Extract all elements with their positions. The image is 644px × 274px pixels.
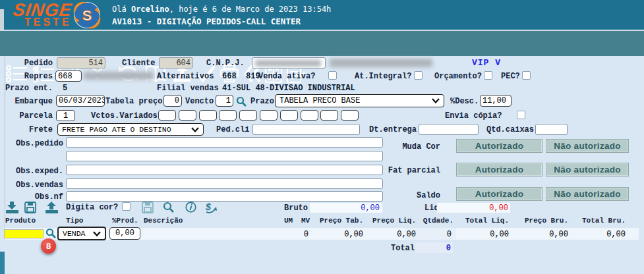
bruto-value: 0,00 [310,204,380,213]
row-um-value: 0 [262,230,308,239]
tabela-preco-label: Tabela preço [105,97,162,106]
vencto-field[interactable]: 1 [216,95,233,107]
obs-nf-field[interactable] [66,191,383,202]
vencto-search-icon[interactable] [236,96,247,107]
vcto-variado-field-6[interactable] [260,110,278,121]
saldo-nao-autorizado-button[interactable]: Não autorizado [546,187,629,201]
header-bar: SINGE TESTE S Olá Orcelino, hoje é 6 de … [0,0,644,30]
vcto-variado-field-9[interactable] [320,110,338,121]
obs-vendas-field[interactable] [66,178,383,189]
money-icon[interactable]: $ [204,201,218,213]
frete-select-value: FRETE PAGO ATE O DESTINO [62,125,171,134]
pedido-label: Pedido [7,59,53,68]
export-item-icon[interactable] [45,202,59,213]
col-um: UM [284,217,293,225]
vcto-variado-field-1[interactable] [158,110,176,121]
desc-field[interactable]: 11,00 [480,95,512,107]
chevron-down-icon [191,127,199,132]
parcela-field[interactable]: 1 [56,110,75,121]
prod-pct-field[interactable]: 0,00 [109,227,140,240]
obs-pedido-field-2[interactable] [66,151,383,161]
pec-checkbox[interactable] [522,71,531,80]
embarque-label: Embarque [3,97,53,106]
digita-cor-checkbox[interactable] [122,202,131,211]
vencto-label: Vencto [185,97,214,106]
venda-ativa-checkbox[interactable] [328,71,337,80]
user-name: Orcelino [131,5,169,14]
chevron-down-icon [93,231,101,236]
col-qtdade: Qtdade. [407,217,454,225]
greeting-text: Olá Orcelino, hoje é 6 de Marco de 2023 … [112,5,331,14]
obs-pedido-field-1[interactable] [66,137,383,148]
liq-value: 0,00 [437,204,508,213]
repres-name-redacted [84,72,154,80]
search-item-icon[interactable] [163,202,175,213]
ped-cli-field[interactable] [252,124,360,135]
embarque-date-field[interactable]: 06/03/2023 [56,95,105,107]
repres-field[interactable]: 668 [55,70,82,82]
desc-label: %Desc. [450,97,479,106]
orcamento-label: Orçamento? [434,72,482,81]
produto-field[interactable] [4,229,44,238]
muda-cor-label: Muda Cor [369,142,440,151]
filial-value: 41-SUL 48-DIVISAO INDUSTRIAL [222,84,355,93]
col-mv: MV [301,217,310,225]
obs-vendas-label: Obs.vendas [3,180,63,190]
vcto-variado-field-5[interactable] [239,110,257,121]
filial-label: Filial vendas [157,84,219,93]
tipo-select-value: VENDA [63,229,86,238]
col-total-bru: Total Bru. [579,217,626,225]
col-tipo: Tipo [66,217,83,225]
vip-flag: VIP V [472,58,501,68]
vcto-variado-field-4[interactable] [219,110,237,121]
row-total-bru-value: 0,00 [579,230,626,239]
cnpj-field[interactable] [252,57,326,68]
svg-text:$: $ [205,202,211,212]
vcto-variado-field-7[interactable] [280,110,298,121]
prazo-label: Prazo [250,97,274,106]
logo-teste: TESTE [24,16,72,28]
save-icon[interactable] [24,202,36,213]
orcamento-checkbox[interactable] [484,71,492,80]
row-qtdade-value: 0 [405,230,452,239]
tabela-preco-field[interactable]: 0 [163,95,182,107]
info-icon[interactable] [185,202,196,213]
tipo-select[interactable]: VENDA [57,227,106,240]
digita-cor-label: Digita cor? [66,203,118,212]
bruto-label: Bruto [284,204,308,213]
ped-cli-label: Ped.cli [216,125,249,134]
svg-text:S: S [82,7,92,24]
envia-copia-checkbox[interactable] [517,111,525,119]
import-item-icon[interactable] [5,202,19,213]
vcto-variado-field-3[interactable] [199,110,217,121]
vcto-variado-field-10[interactable] [341,110,359,121]
prazo-select-value: TABELA PRECO BASE [279,96,360,105]
muda-cor-autorizado-button[interactable]: Autorizado [456,139,542,153]
prazo-select[interactable]: TABELA PRECO BASE [275,94,444,107]
save-alt-icon[interactable] [142,202,154,213]
cliente-label: Cliente [122,59,155,68]
vcto-variado-field-2[interactable] [179,110,196,121]
muda-cor-nao-autorizado-button[interactable]: Não autorizado [546,139,629,153]
fat-parcial-autorizado-button[interactable]: Autorizado [456,163,542,177]
qtd-caixas-field[interactable] [535,124,568,135]
col-prod-pct: %Prod. [112,217,138,225]
dt-entrega-field[interactable] [419,124,479,135]
venda-ativa-label: Venda ativa? [258,72,315,81]
obs-exped-field[interactable] [66,165,383,175]
produto-search-icon[interactable] [45,228,56,238]
col-preco-bru: Preço Bru. [522,217,568,225]
envia-copia-label: Envia cópia? [445,111,502,121]
frete-select[interactable]: FRETE PAGO ATE O DESTINO [57,123,204,136]
saldo-label: Saldo [369,191,440,200]
at-integral-label: At.Integral? [355,72,411,81]
saldo-autorizado-button[interactable]: Autorizado [456,187,542,201]
pedido-field[interactable]: 514 [57,57,105,68]
at-integral-checkbox[interactable] [414,71,423,80]
vcto-variado-field-8[interactable] [301,110,318,121]
col-total-liq: Total Liq. [463,217,509,225]
cliente-field[interactable]: 604 [159,57,193,68]
row-preco-bru-value: 0,00 [522,230,568,239]
fat-parcial-nao-autorizado-button[interactable]: Não autorizado [546,163,629,177]
prazo-ent-value: 5 [63,84,67,93]
